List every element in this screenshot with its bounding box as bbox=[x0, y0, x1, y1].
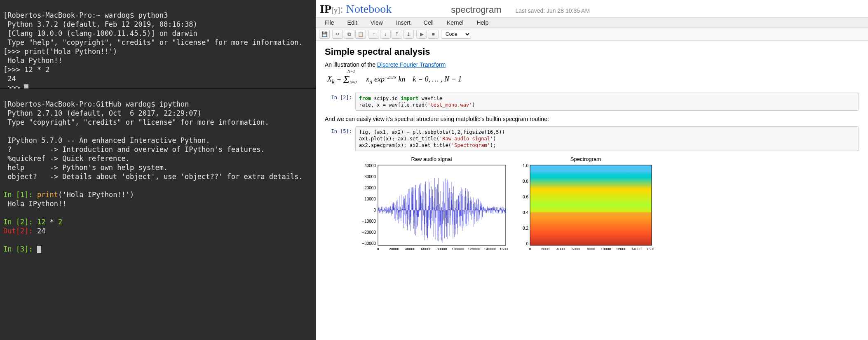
term-line: Python 3.7.2 (default, Feb 12 2019, 08:1… bbox=[3, 20, 197, 28]
move-up2-icon[interactable]: ⤒ bbox=[392, 30, 402, 39]
term-line bbox=[3, 127, 7, 135]
paste-icon[interactable]: 📋 bbox=[355, 30, 366, 39]
term-line: >>> bbox=[3, 84, 24, 89]
menu-file[interactable]: File bbox=[318, 18, 341, 28]
svg-text:8000: 8000 bbox=[587, 247, 595, 251]
dft-link[interactable]: Discrete Fourier Transform bbox=[377, 61, 446, 68]
svg-rect-19 bbox=[530, 165, 652, 172]
move-up-icon[interactable]: ↑ bbox=[368, 30, 379, 39]
term-line: Type "help", "copyright", "credits" or "… bbox=[3, 38, 303, 47]
svg-rect-20 bbox=[530, 212, 652, 245]
paragraph: And we can easily view it's spectral str… bbox=[325, 116, 859, 122]
term-line: 24 bbox=[3, 75, 16, 83]
svg-text:10000: 10000 bbox=[364, 197, 376, 201]
ipy-in-prompt: In [1]: bbox=[3, 191, 37, 199]
math-formula: Xk = Σn=0N−1 xn exp−2πi/N kn k = 0, … , … bbox=[327, 72, 859, 85]
copy-icon[interactable]: ⧉ bbox=[344, 30, 354, 39]
svg-text:120000: 120000 bbox=[468, 247, 480, 251]
ipy-code: ('Hola IPython!!') bbox=[58, 191, 134, 199]
menu-edit[interactable]: Edit bbox=[341, 18, 364, 28]
svg-text:6000: 6000 bbox=[572, 247, 580, 251]
term-line: [Robertos-MacBook-Pro:GitHub wardog$ ipy… bbox=[3, 100, 189, 108]
jupyter-notebook: IP[y]: Notebook spectrogram Last saved: … bbox=[316, 0, 868, 340]
menu-view[interactable]: View bbox=[364, 18, 389, 28]
term-line: [Robertos-MacBook-Pro:~ wardog$ python3 bbox=[3, 11, 168, 19]
svg-text:0.4: 0.4 bbox=[523, 210, 528, 215]
svg-text:0.2: 0.2 bbox=[523, 226, 528, 231]
menubar: File Edit View Insert Cell Kernel Help bbox=[316, 18, 868, 28]
menu-insert[interactable]: Insert bbox=[389, 18, 417, 28]
term-line: IPython 5.7.0 -- An enhanced Interactive… bbox=[3, 136, 210, 144]
cell-code[interactable]: from scipy.io import wavfile rate, x = w… bbox=[355, 93, 859, 111]
notebook-body[interactable]: Simple spectral analysis An illustration… bbox=[316, 41, 868, 340]
ipython-logo: IP[y]: Notebook bbox=[320, 2, 392, 16]
term-line: object? -> Details about 'object', use '… bbox=[3, 172, 303, 181]
cell-code[interactable]: fig, (ax1, ax2) = plt.subplots(1,2,figsi… bbox=[355, 126, 859, 151]
svg-text:0: 0 bbox=[526, 242, 528, 246]
term-line: Python 2.7.10 (default, Oct 6 2017, 22:2… bbox=[3, 109, 202, 117]
term-line: [>>> print('Hola Python!!') bbox=[3, 47, 117, 56]
svg-text:10000: 10000 bbox=[601, 247, 611, 251]
svg-text:40000: 40000 bbox=[364, 163, 376, 168]
cell-prompt: In [5]: bbox=[325, 126, 355, 151]
notebook-title[interactable]: spectrogram bbox=[451, 5, 501, 15]
move-down2-icon[interactable]: ⤓ bbox=[403, 30, 414, 39]
cut-icon[interactable]: ✂ bbox=[332, 30, 343, 39]
svg-text:60000: 60000 bbox=[421, 247, 431, 251]
term-line bbox=[3, 182, 7, 190]
paragraph: An illustration of the Discrete Fourier … bbox=[325, 61, 859, 68]
menu-help[interactable]: Help bbox=[470, 18, 495, 28]
svg-text:4000: 4000 bbox=[556, 247, 565, 251]
svg-text:80000: 80000 bbox=[436, 247, 447, 251]
code-cell-2[interactable]: In [2]: from scipy.io import wavfile rat… bbox=[325, 93, 859, 111]
move-down-icon[interactable]: ↓ bbox=[380, 30, 391, 39]
stop-icon[interactable]: ■ bbox=[428, 30, 439, 39]
svg-text:140000: 140000 bbox=[484, 247, 496, 251]
svg-text:20000: 20000 bbox=[389, 247, 399, 251]
spectrogram-plot: 1.00.80.60.40.20 02000400060008000100001… bbox=[518, 163, 654, 254]
notebook-header: IP[y]: Notebook spectrogram Last saved: … bbox=[316, 0, 868, 18]
svg-text:14000: 14000 bbox=[631, 247, 641, 251]
term-line: ? -> Introduction and overview of IPytho… bbox=[3, 145, 265, 154]
waveform-plot: 400003000020000100000−10000−20000−30000 … bbox=[355, 163, 508, 254]
term-line: [>>> 12 * 2 bbox=[3, 65, 50, 74]
svg-text:20000: 20000 bbox=[364, 186, 376, 190]
run-icon[interactable]: ▶ bbox=[416, 30, 427, 39]
output-figure: Raw audio signal 400003000020000100000−1… bbox=[325, 156, 859, 254]
cursor-icon bbox=[37, 246, 41, 253]
svg-text:−30000: −30000 bbox=[362, 241, 376, 246]
svg-text:0.8: 0.8 bbox=[523, 179, 528, 184]
svg-text:12000: 12000 bbox=[616, 247, 626, 251]
svg-text:0: 0 bbox=[373, 208, 376, 212]
svg-text:0: 0 bbox=[377, 247, 379, 251]
svg-text:2000: 2000 bbox=[541, 247, 549, 251]
terminal-ipython[interactable]: [Robertos-MacBook-Pro:GitHub wardog$ ipy… bbox=[0, 89, 316, 340]
svg-text:−10000: −10000 bbox=[362, 219, 376, 224]
svg-text:0.6: 0.6 bbox=[523, 195, 528, 199]
term-line: %quickref -> Quick reference. bbox=[3, 154, 130, 163]
term-line: Type "copyright", "credits" or "license"… bbox=[3, 118, 269, 126]
celltype-select[interactable]: Code bbox=[441, 30, 471, 39]
svg-text:30000: 30000 bbox=[364, 175, 376, 179]
terminal-python3[interactable]: [Robertos-MacBook-Pro:~ wardog$ python3 … bbox=[0, 0, 316, 89]
last-saved-label: Last saved: Jun 28 10:35 AM bbox=[516, 7, 590, 14]
ipy-in-prompt: In [2]: bbox=[3, 218, 37, 226]
svg-text:40000: 40000 bbox=[405, 247, 415, 251]
svg-text:1.0: 1.0 bbox=[523, 163, 528, 168]
heading: Simple spectral analysis bbox=[325, 47, 859, 57]
svg-text:160000: 160000 bbox=[500, 247, 508, 251]
ipy-out-prompt: Out[2]: bbox=[3, 227, 37, 235]
svg-text:16000: 16000 bbox=[646, 247, 654, 251]
term-line: Hola IPython!! bbox=[3, 200, 67, 208]
toolbar: 💾 ✂ ⧉ 📋 ↑ ↓ ⤒ ⤓ ▶ ■ Code bbox=[316, 28, 868, 41]
save-icon[interactable]: 💾 bbox=[319, 30, 330, 39]
menu-kernel[interactable]: Kernel bbox=[440, 18, 470, 28]
code-cell-5[interactable]: In [5]: fig, (ax1, ax2) = plt.subplots(1… bbox=[325, 126, 859, 151]
menu-cell[interactable]: Cell bbox=[417, 18, 440, 28]
cell-prompt: In [2]: bbox=[325, 93, 355, 111]
ipy-in-prompt: In [3]: bbox=[3, 245, 37, 253]
svg-text:0: 0 bbox=[529, 247, 531, 251]
svg-text:100000: 100000 bbox=[452, 247, 464, 251]
term-line: [Clang 10.0.0 (clang-1000.11.45.5)] on d… bbox=[3, 29, 197, 37]
chart-title-spectrogram: Spectrogram bbox=[518, 156, 654, 162]
